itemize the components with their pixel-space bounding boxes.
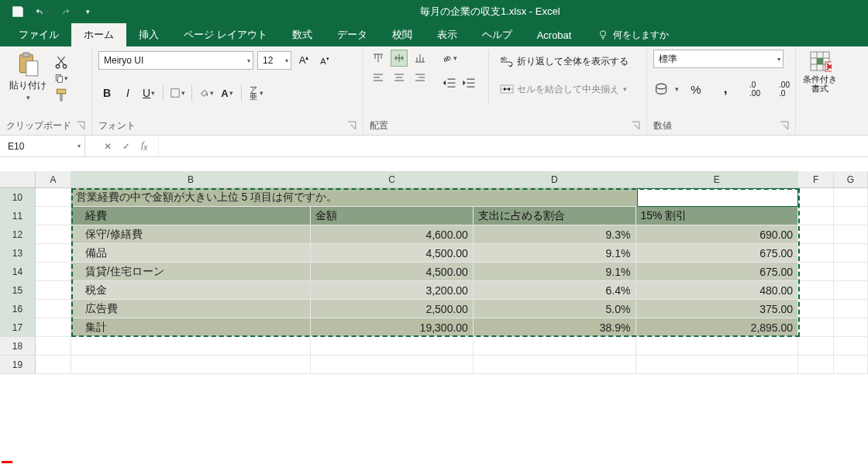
cell-G15[interactable] — [834, 281, 868, 300]
format-painter-icon[interactable] — [54, 88, 68, 101]
worksheet-grid[interactable]: A B C D E F G 10 営業経費の中で金額が大きい上位 5 項目は何で… — [0, 171, 868, 374]
merge-center-button[interactable]: セルを結合して中央揃え ▾ — [500, 79, 629, 99]
cell-D19[interactable] — [474, 356, 636, 374]
tab-acrobat[interactable]: Acrobat — [525, 23, 584, 46]
cell-G16[interactable] — [834, 300, 868, 318]
increase-decimal-icon[interactable]: .0.00 — [742, 79, 768, 99]
cell-B12[interactable]: 保守/修繕費 — [71, 225, 311, 244]
formula-input[interactable] — [159, 136, 868, 156]
copy-icon[interactable]: ▾ — [54, 72, 68, 84]
italic-button[interactable]: I — [119, 84, 136, 101]
cell-B16[interactable]: 広告費 — [71, 300, 311, 318]
col-header-D[interactable]: D — [474, 171, 636, 187]
fx-icon[interactable]: fx — [141, 139, 147, 152]
cell-G17[interactable] — [834, 318, 868, 337]
cell-B11[interactable]: 経費 — [71, 207, 311, 225]
cell-C19[interactable] — [311, 356, 474, 374]
cell-C15[interactable]: 3,200.00 — [311, 281, 474, 300]
tab-data[interactable]: データ — [325, 23, 380, 46]
cell-F12[interactable] — [798, 225, 834, 244]
cell-A18[interactable] — [36, 337, 71, 356]
cell-E13[interactable]: 675.00 — [636, 244, 799, 263]
cell-E14[interactable]: 675.00 — [636, 263, 799, 281]
cell-A10[interactable] — [36, 188, 71, 207]
cell-E11[interactable]: 15% 割引 — [636, 207, 799, 225]
cell-E19[interactable] — [636, 356, 799, 374]
row-header-12[interactable]: 12 — [0, 225, 36, 244]
col-header-C[interactable]: C — [311, 171, 474, 187]
row-header-17[interactable]: 17 — [0, 318, 36, 337]
cell-F19[interactable] — [798, 356, 834, 374]
tab-insert[interactable]: 挿入 — [126, 23, 171, 46]
name-box[interactable]: E10▾ — [0, 136, 85, 156]
enter-formula-icon[interactable]: ✓ — [122, 141, 130, 152]
cell-A17[interactable] — [36, 318, 71, 337]
cell-A15[interactable] — [36, 281, 71, 300]
cell-C18[interactable] — [311, 337, 474, 356]
tab-formulas[interactable]: 数式 — [280, 23, 325, 46]
tab-home[interactable]: ホーム — [71, 23, 126, 46]
qat-customize-icon[interactable]: ▾ — [86, 8, 90, 15]
font-color-icon[interactable]: A▾ — [219, 84, 236, 101]
align-top-icon[interactable] — [370, 50, 387, 67]
cell-B13[interactable]: 備品 — [71, 244, 311, 263]
cell-G12[interactable] — [834, 225, 868, 244]
fill-color-icon[interactable]: ▾ — [198, 84, 215, 101]
cell-D12[interactable]: 9.3% — [474, 225, 636, 244]
percent-format-icon[interactable]: % — [683, 79, 709, 99]
row-header-16[interactable]: 16 — [0, 300, 36, 318]
cell-F17[interactable] — [798, 318, 834, 337]
cell-G14[interactable] — [834, 263, 868, 281]
clipboard-dialog-launcher-icon[interactable] — [76, 121, 85, 130]
cell-A19[interactable] — [36, 356, 71, 374]
cell-G18[interactable] — [834, 337, 868, 356]
cell-C11[interactable]: 金額 — [311, 207, 474, 225]
row-header-15[interactable]: 15 — [0, 281, 36, 300]
cell-D18[interactable] — [474, 337, 636, 356]
accounting-format-icon[interactable]: ▾ — [653, 79, 680, 99]
cell-D11[interactable]: 支出に占める割合 — [474, 207, 636, 225]
alignment-dialog-launcher-icon[interactable] — [631, 121, 640, 130]
cell-E18[interactable] — [636, 337, 799, 356]
row-header-18[interactable]: 18 — [0, 337, 36, 356]
cell-E16[interactable]: 375.00 — [636, 300, 799, 318]
cell-A14[interactable] — [36, 263, 71, 281]
col-header-G[interactable]: G — [834, 171, 868, 187]
cell-A16[interactable] — [36, 300, 71, 318]
conditional-formatting-button[interactable]: 条件付き書式 — [802, 50, 838, 93]
cell-E17[interactable]: 2,895.00 — [636, 318, 799, 337]
borders-icon[interactable]: ▾ — [169, 84, 186, 101]
comma-format-icon[interactable]: , — [712, 79, 739, 99]
cancel-formula-icon[interactable]: ✕ — [104, 141, 112, 152]
col-header-F[interactable]: F — [798, 171, 834, 187]
cell-E15[interactable]: 480.00 — [636, 281, 799, 300]
paste-dropdown-icon[interactable]: ▾ — [26, 94, 30, 101]
cell-C16[interactable]: 2,500.00 — [311, 300, 474, 318]
col-header-B[interactable]: B — [71, 171, 311, 187]
bold-button[interactable]: B — [98, 84, 115, 101]
cell-F16[interactable] — [798, 300, 834, 318]
align-center-icon[interactable] — [391, 69, 408, 86]
row-header-13[interactable]: 13 — [0, 244, 36, 263]
tab-view[interactable]: 表示 — [425, 23, 470, 46]
paste-button[interactable]: 貼り付け ▾ — [6, 50, 50, 103]
cell-E12[interactable]: 690.00 — [636, 225, 799, 244]
tab-page-layout[interactable]: ページ レイアウト — [171, 23, 280, 46]
align-left-icon[interactable] — [370, 69, 387, 86]
tab-help[interactable]: ヘルプ — [470, 23, 525, 46]
col-header-A[interactable]: A — [36, 171, 71, 187]
cell-F18[interactable] — [798, 337, 834, 356]
row-header-11[interactable]: 11 — [0, 207, 36, 225]
underline-button[interactable]: U▾ — [140, 84, 157, 101]
wrap-text-button[interactable]: ab 折り返して全体を表示する — [500, 51, 629, 71]
font-name-combo[interactable]: Meiryo UI▾ — [98, 51, 253, 70]
decrease-decimal-icon[interactable]: .00.0 — [771, 79, 797, 99]
phonetic-guide-icon[interactable]: ア亜▾ — [247, 84, 264, 101]
number-dialog-launcher-icon[interactable] — [780, 121, 789, 130]
row-header-10[interactable]: 10 — [0, 188, 36, 207]
cell-F15[interactable] — [798, 281, 834, 300]
increase-font-icon[interactable]: A▴ — [295, 52, 312, 69]
cell-C17[interactable]: 19,300.00 — [311, 318, 474, 337]
cell-D14[interactable]: 9.1% — [474, 263, 636, 281]
cell-B18[interactable] — [71, 337, 311, 356]
